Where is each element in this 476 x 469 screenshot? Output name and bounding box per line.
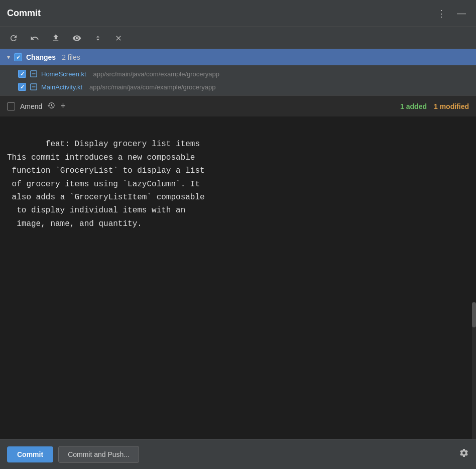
file-list: HomeScreen.kt app/src/main/java/com/exam…	[0, 65, 476, 95]
amend-right: 1 added 1 modified	[400, 102, 469, 110]
reorder-button[interactable]	[91, 33, 104, 44]
history-icon	[47, 101, 55, 109]
add-template-button[interactable]: +	[60, 101, 66, 111]
scrollbar-thumb[interactable]	[472, 302, 476, 327]
amend-checkbox[interactable]	[7, 102, 15, 110]
settings-button[interactable]	[459, 448, 469, 460]
view-button[interactable]	[70, 33, 83, 44]
modified-file-icon2	[30, 83, 37, 90]
changes-count: 2 files	[62, 53, 80, 61]
added-badge: 1 added	[400, 102, 427, 110]
eye-icon	[72, 34, 81, 43]
commit-button[interactable]: Commit	[7, 446, 53, 462]
toolbar	[0, 27, 476, 49]
undo-icon	[30, 34, 39, 43]
title-bar-right: ⋮ —	[434, 7, 469, 20]
undo-button[interactable]	[28, 33, 41, 44]
history-button[interactable]	[47, 101, 55, 111]
file-item-mainactivity[interactable]: MainActivity.kt app/src/main/java/com/ex…	[0, 80, 476, 93]
file2-name: MainActivity.kt	[41, 83, 82, 91]
amend-left: Amend +	[7, 101, 66, 111]
amend-row: Amend + 1 added 1 modified	[0, 95, 476, 116]
bottom-bar: Commit Commit and Push...	[0, 439, 476, 469]
commit-message-text[interactable]: feat: Display grocery list items This co…	[0, 116, 476, 327]
title-bar: Commit ⋮ —	[0, 0, 476, 27]
more-options-button[interactable]: ⋮	[434, 7, 449, 20]
settings-icon	[459, 448, 469, 458]
title-bar-left: Commit	[7, 8, 41, 19]
chevron-down-icon: ▾	[7, 54, 10, 61]
file1-checkbox[interactable]	[18, 70, 26, 78]
bottom-left: Commit Commit and Push...	[7, 446, 139, 463]
commit-subject: feat: Display grocery list items	[46, 140, 200, 149]
commit-window: Commit ⋮ —	[0, 0, 476, 469]
reorder-icon	[93, 34, 102, 43]
modified-file-icon	[30, 70, 37, 77]
scrollbar-track[interactable]	[472, 302, 476, 439]
changes-header[interactable]: ▾ Changes 2 files	[0, 49, 476, 65]
changes-checkbox[interactable]	[14, 53, 22, 61]
file1-path: app/src/main/java/com/example/groceryapp	[93, 70, 219, 78]
file-tree-section: ▾ Changes 2 files HomeScreen.kt app/src/…	[0, 49, 476, 95]
close-toolbar-button[interactable]	[112, 33, 125, 43]
modified-badge: 1 modified	[434, 102, 469, 110]
download-button[interactable]	[49, 33, 62, 44]
commit-and-push-button[interactable]: Commit and Push...	[58, 446, 139, 463]
close-icon	[114, 34, 123, 42]
commit-message-container: feat: Display grocery list items This co…	[0, 116, 476, 439]
download-icon	[51, 34, 60, 43]
commit-body: This commit introduces a new composable …	[7, 153, 205, 228]
amend-label: Amend	[20, 102, 42, 110]
file-item-homescreen[interactable]: HomeScreen.kt app/src/main/java/com/exam…	[0, 67, 476, 80]
file2-path: app/src/main/java/com/example/groceryapp	[89, 83, 215, 91]
refresh-icon	[9, 34, 18, 43]
file2-checkbox[interactable]	[18, 83, 26, 91]
window-title: Commit	[7, 8, 41, 19]
minimize-button[interactable]: —	[454, 7, 469, 20]
changes-label: Changes	[26, 53, 56, 61]
refresh-button[interactable]	[7, 33, 20, 44]
file1-name: HomeScreen.kt	[41, 70, 86, 78]
